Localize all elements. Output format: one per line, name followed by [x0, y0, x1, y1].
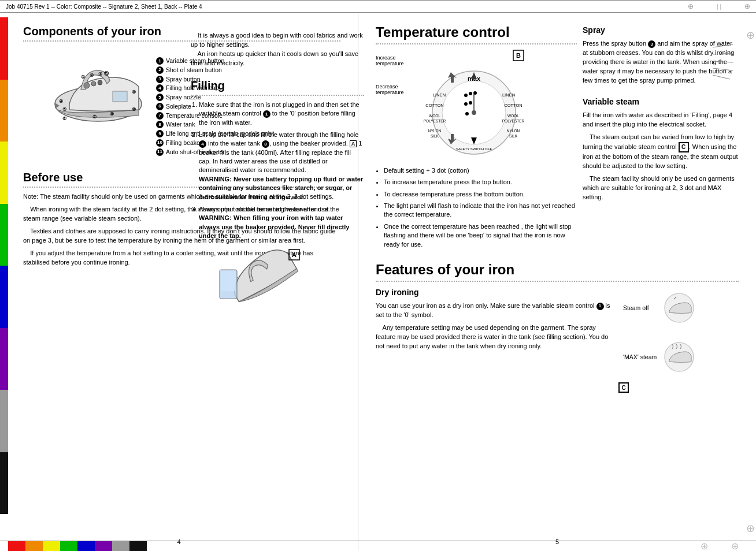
svg-text:③: ③ [98, 72, 102, 77]
top-bar: Job 40715 Rev 1 -- Color: Composite -- S… [0, 0, 756, 13]
badge-1-inline: 1 [263, 110, 270, 118]
bottom-green [60, 541, 77, 551]
svg-line-51 [713, 68, 733, 70]
filling-title: Filling [191, 79, 364, 92]
filling-step-3: Always pour out the remaining water afte… [199, 205, 364, 241]
separator-1: | | [717, 3, 721, 10]
filling-intro: It is always a good idea to begin with c… [191, 31, 364, 68]
svg-line-50 [713, 61, 733, 62]
svg-point-39 [469, 92, 472, 95]
num-3: 3 [156, 76, 164, 83]
svg-text:COTTON: COTTON [504, 103, 522, 108]
steam-icons: C Steam off [623, 292, 739, 373]
corner-mark-bottom: ⊕ [746, 523, 755, 534]
svg-line-52 [713, 75, 730, 79]
max-steam-icon [664, 341, 695, 373]
corner-mark-top: ⊕ [746, 30, 755, 40]
variable-steam-p1: Fill the iron with water as described in… [583, 111, 739, 129]
svg-text:④: ④ [59, 99, 63, 104]
temp-rule [376, 43, 577, 44]
spray-title: Spray [583, 24, 739, 36]
variable-steam-title: Variable steam [583, 96, 739, 107]
svg-rect-18 [221, 271, 236, 291]
filling-rule [191, 95, 364, 96]
warning-2: WARNING: When filling your iron with tap… [199, 214, 349, 239]
features-rule [376, 281, 739, 282]
features-title: Features of your iron [376, 262, 739, 278]
svg-text:⑩: ⑩ [132, 107, 136, 112]
num-11: 11 [156, 148, 164, 156]
filling-step-2: Lift up the fill cap and fill the water … [199, 131, 364, 202]
badge-3-inline: 3 [648, 40, 655, 48]
filling-step-1: Make sure that the iron is not plugged i… [199, 100, 364, 127]
temp-labels: Increase temperature Decrease temperatur… [376, 49, 416, 95]
steam-off-icon [664, 292, 695, 324]
temp-control-title: Temperature control [376, 24, 577, 41]
iron-svg: ① ② ③ ④ ⑤ ⑥ ⑦ ⑧ ⑨ ⑩ ⑪ [23, 46, 150, 139]
num-1: 1 [156, 57, 164, 65]
features-left: Dry ironing You can use your iron as a d… [376, 286, 612, 373]
svg-line-48 [713, 44, 733, 47]
svg-line-49 [713, 53, 733, 54]
main-content: Components of your iron [0, 13, 756, 551]
temp-bullets: Default setting + 3 dot (cotton) To incr… [376, 166, 577, 249]
temp-control-left: Temperature control Increase temperature… [376, 24, 583, 252]
c-label-2: C [618, 382, 629, 393]
svg-text:COTTON: COTTON [425, 103, 444, 108]
num-5: 5 [156, 94, 164, 101]
svg-text:⑥: ⑥ [62, 116, 66, 121]
filling-image: A [208, 247, 306, 316]
svg-point-38 [464, 94, 468, 97]
bottom-black [129, 541, 147, 551]
comp-label-6: Soleplate [166, 102, 191, 111]
svg-text:A: A [292, 251, 297, 258]
num-10: 10 [156, 139, 164, 147]
svg-text:B: B [516, 52, 521, 59]
bottom-red [8, 541, 25, 551]
bottom-color-strip [8, 541, 147, 551]
top-bar-title: Job 40715 Rev 1 -- Color: Composite -- S… [6, 3, 202, 10]
svg-text:⑤: ⑤ [62, 107, 66, 112]
top-bar-marks: ⊕ | | ⊕ [688, 2, 750, 10]
badge-1-dry: 1 [596, 303, 604, 310]
dry-ironing-title: Dry ironing [376, 286, 612, 298]
bullet-4: The light panel will flash to indicate t… [384, 202, 577, 219]
bottom-blue [77, 541, 95, 551]
temp-control-section: Temperature control Increase temperature… [376, 24, 739, 252]
svg-text:②: ② [90, 73, 94, 78]
svg-point-41 [464, 102, 468, 106]
svg-text:⑧: ⑧ [110, 111, 114, 117]
svg-text:POLYESTER: POLYESTER [424, 119, 446, 123]
svg-text:⑨: ⑨ [132, 90, 136, 95]
svg-text:NYLON: NYLON [428, 129, 442, 133]
svg-text:LINEN: LINEN [433, 92, 446, 98]
dry-ironing-p2: Any temperature setting may be used depe… [376, 323, 612, 351]
warning-1: WARNING: Never use battery topping up fl… [199, 176, 363, 200]
bottom-cross-1: ⊕ [701, 541, 708, 551]
num-8: 8 [156, 121, 164, 128]
max-steam-label: 'MAX' steam [623, 353, 658, 360]
variable-steam-p2: The steam output can be varied from low … [583, 133, 739, 171]
bottom-marks: ⊕ ⊕ [701, 541, 739, 551]
features-section: Features of your iron Dry ironing You ca… [376, 262, 739, 373]
svg-point-43 [465, 112, 469, 116]
badge-8-inline: 8 [262, 140, 269, 148]
svg-text:SILK: SILK [431, 134, 439, 138]
svg-text:NYLON: NYLON [507, 129, 520, 133]
svg-text:⑦: ⑦ [92, 114, 97, 120]
svg-point-42 [469, 101, 472, 105]
svg-text:WOOL: WOOL [507, 114, 519, 118]
dry-ironing-p1: You can use your iron as a dry iron only… [376, 301, 612, 320]
features-cols: Dry ironing You can use your iron as a d… [376, 286, 739, 373]
svg-text:⑪: ⑪ [104, 71, 109, 76]
svg-text:POLYESTER: POLYESTER [502, 119, 525, 123]
badge-4-inline: 4 [199, 140, 206, 148]
temp-dial-svg: max LINEN LINEN COTTON COTTON WOOL [422, 49, 526, 163]
num-9: 9 [156, 130, 164, 137]
bullet-1: Default setting + 3 dot (cotton) [384, 166, 577, 175]
svg-point-45 [472, 110, 476, 115]
right-page: Temperature control Increase temperature… [358, 13, 756, 551]
num-6: 6 [156, 103, 164, 110]
bullet-3: To decrease temperature press the bottom… [384, 190, 577, 199]
steam-off-row: Steam off [623, 292, 695, 324]
